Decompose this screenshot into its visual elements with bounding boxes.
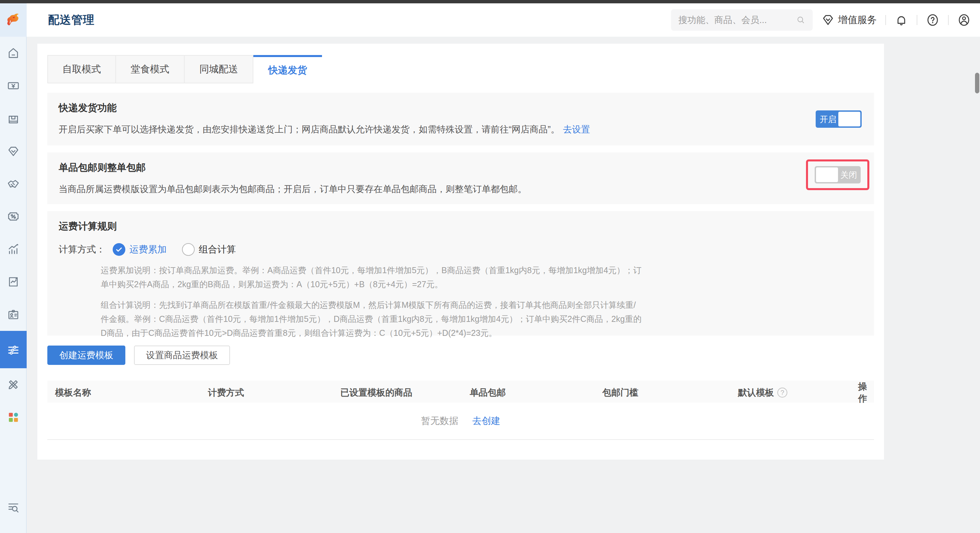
col-template-name: 模板名称 xyxy=(55,386,208,399)
user-circle-icon xyxy=(957,13,970,27)
tab-express-shipping[interactable]: 快递发货 xyxy=(253,55,322,83)
radio-label: 组合计算 xyxy=(199,243,236,256)
home-icon xyxy=(7,46,20,60)
radio-checked-icon xyxy=(113,243,125,256)
app-screen: 配送管理 增值服务 xyxy=(0,0,980,533)
freight-template-table-header: 模板名称 计费方式 已设置模板的商品 单品包邮 包邮门槛 默认模板 ? 操作 xyxy=(47,381,874,402)
create-freight-template-button[interactable]: 创建运费模板 xyxy=(47,346,125,365)
sidebar-item-home[interactable] xyxy=(0,37,27,69)
default-template-help-icon[interactable]: ? xyxy=(777,388,788,397)
gem-icon xyxy=(7,144,20,158)
calc-method-row: 计算方式： 运费累加 组合计算 xyxy=(59,243,863,256)
section-description: 开启后买家下单可以选择快递发货，由您安排快递送货上门；网店商品默认允许快递发货，… xyxy=(59,123,863,136)
single-free-desc-text: 当商品所属运费模版设置为单品包邮则表示为包邮商品；开启后，订单中只要存在单品包邮… xyxy=(59,183,863,195)
template-actions: 创建运费模板 设置商品运费模板 xyxy=(47,346,874,365)
method-label: 计算方式： xyxy=(59,243,105,256)
value-added-services-button[interactable]: 增值服务 xyxy=(821,13,877,27)
single-free-toggle[interactable]: 关闭 xyxy=(815,166,861,184)
go-settings-link[interactable]: 去设置 xyxy=(563,124,590,134)
sliders-icon xyxy=(6,343,20,357)
section-title: 运费计算规则 xyxy=(59,220,863,233)
chart-icon xyxy=(7,243,20,256)
store-icon xyxy=(7,112,20,125)
toggle-knob xyxy=(816,168,838,182)
brand-logo[interactable] xyxy=(0,3,27,37)
col-default-template: 默认模板 ? xyxy=(738,386,858,399)
toggle-knob xyxy=(838,112,860,126)
sidebar-item-store[interactable] xyxy=(0,102,27,135)
sidebar-item-membership[interactable] xyxy=(0,135,27,168)
express-feature-toggle[interactable]: 开启 xyxy=(816,110,862,128)
radio-combined-calc[interactable]: 组合计算 xyxy=(182,243,236,256)
help-button[interactable] xyxy=(926,13,939,27)
tab-self-pickup[interactable]: 自取模式 xyxy=(47,55,116,83)
search-input[interactable] xyxy=(678,15,796,26)
global-search[interactable] xyxy=(671,10,813,31)
report-icon xyxy=(7,275,20,289)
sidebar-nav xyxy=(0,37,27,533)
sidebar-item-member-card[interactable] xyxy=(0,298,27,331)
section-title: 快递发货功能 xyxy=(59,101,863,115)
tab-local-delivery[interactable]: 同城配送 xyxy=(185,55,253,83)
sidebar-item-search-list[interactable] xyxy=(0,491,27,523)
empty-state-text: 暂无数据 xyxy=(421,415,458,427)
radio-label: 运费累加 xyxy=(129,243,167,256)
sidebar-item-apps[interactable] xyxy=(0,401,27,434)
radio-freight-accumulate[interactable]: 运费累加 xyxy=(113,243,167,256)
handshake-icon xyxy=(7,177,20,190)
apps-grid-icon xyxy=(7,410,20,424)
vas-label: 增值服务 xyxy=(838,13,877,27)
os-top-strip xyxy=(0,0,980,3)
section-express-feature: 快递发货功能 开启后买家下单可以选择快递发货，由您安排快递送货上门；网店商品默认… xyxy=(47,93,874,145)
sidebar-item-partner[interactable] xyxy=(0,168,27,200)
express-desc-text: 开启后买家下单可以选择快递发货，由您安排快递送货上门；网店商品默认允许快递发货，… xyxy=(59,124,560,134)
bell-icon xyxy=(895,13,908,27)
col-actions: 操作 xyxy=(858,381,878,405)
gem-icon xyxy=(821,13,835,27)
coupon-icon xyxy=(7,210,20,223)
account-button[interactable] xyxy=(957,13,970,27)
sidebar-item-design-tools[interactable] xyxy=(0,368,27,401)
col-billing-method: 计费方式 xyxy=(208,386,340,399)
col-free-threshold: 包邮门槛 xyxy=(602,386,738,399)
main-content: 自取模式 堂食模式 同城配送 快递发货 快递发货功能 开启后买家下单可以选择快递… xyxy=(27,37,980,533)
sidebar-item-report[interactable] xyxy=(0,265,27,298)
table-empty-state: 暂无数据 去创建 xyxy=(47,402,874,440)
toggle-on-label: 开启 xyxy=(816,114,840,125)
set-product-template-button[interactable]: 设置商品运费模板 xyxy=(134,346,230,365)
col-single-item-free: 单品包邮 xyxy=(470,386,602,399)
horse-flame-logo-icon xyxy=(4,11,23,29)
design-tools-icon xyxy=(7,378,20,391)
annotation-highlight-box: 关闭 xyxy=(806,160,869,190)
delivery-settings-card: 自取模式 堂食模式 同城配送 快递发货 快递发货功能 开启后买家下单可以选择快递… xyxy=(37,44,884,460)
question-circle-icon xyxy=(926,13,939,27)
search-icon[interactable] xyxy=(796,14,805,26)
id-card-icon xyxy=(7,308,20,321)
header-right-tools: 增值服务 xyxy=(671,3,970,37)
col-products-with-template: 已设置模板的商品 xyxy=(340,386,470,399)
divider xyxy=(917,15,917,25)
sidebar-item-revenue[interactable] xyxy=(0,69,27,102)
tab-dine-in[interactable]: 堂食模式 xyxy=(116,55,185,83)
accumulate-explain-text: 运费累加说明：按订单商品累加运费。举例：A商品运费（首件10元，每增加1件增加5… xyxy=(101,263,644,291)
sidebar-item-coupon[interactable] xyxy=(0,200,27,233)
sidebar-item-analytics[interactable] xyxy=(0,233,27,265)
divider xyxy=(885,15,886,25)
section-title: 单品包邮则整单包邮 xyxy=(59,161,863,174)
app-header: 配送管理 增值服务 xyxy=(0,3,980,37)
delivery-mode-tabs: 自取模式 堂食模式 同城配送 快递发货 xyxy=(47,55,874,83)
sidebar-item-delivery-settings[interactable] xyxy=(0,331,27,368)
radio-unchecked-icon xyxy=(182,243,195,256)
notifications-button[interactable] xyxy=(895,13,908,27)
page-title: 配送管理 xyxy=(48,12,95,28)
divider xyxy=(948,15,949,25)
section-single-item-free-shipping: 单品包邮则整单包邮 当商品所属运费模版设置为单品包邮则表示为包邮商品；开启后，订… xyxy=(47,152,874,204)
toggle-off-label: 关闭 xyxy=(837,169,860,180)
money-icon xyxy=(7,79,20,93)
combined-explain-text: 组合计算说明：先找到订单商品所在模版首重/件金额最大的运费模版M，然后计算M模版… xyxy=(101,298,644,340)
section-freight-calc-rule: 运费计算规则 计算方式： 运费累加 xyxy=(47,211,874,335)
list-search-icon xyxy=(7,501,20,514)
go-create-link[interactable]: 去创建 xyxy=(473,415,500,427)
scrollbar-thumb[interactable] xyxy=(975,73,979,93)
